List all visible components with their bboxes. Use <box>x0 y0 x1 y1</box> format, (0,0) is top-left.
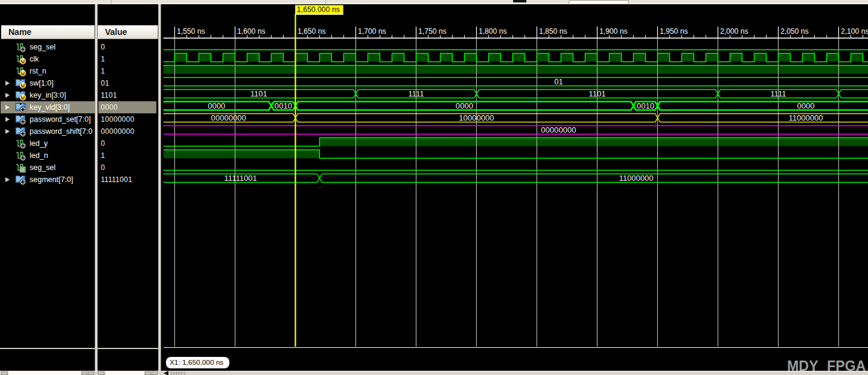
svg-text:1,600 ns: 1,600 ns <box>237 27 266 36</box>
svg-text:2,000 ns: 2,000 ns <box>720 27 748 36</box>
svg-text:1,700 ns: 1,700 ns <box>358 27 386 36</box>
svg-text:1,950 ns: 1,950 ns <box>660 27 688 36</box>
svg-text:1,800 ns: 1,800 ns <box>479 27 507 36</box>
svg-text:10000000: 10000000 <box>459 113 494 122</box>
svg-text:11111001: 11111001 <box>225 174 257 183</box>
svg-text:1,750 ns: 1,750 ns <box>418 27 447 36</box>
svg-text:1,850 ns: 1,850 ns <box>539 27 567 36</box>
svg-text:1101: 1101 <box>589 89 605 98</box>
svg-text:0010: 0010 <box>275 101 292 110</box>
svg-text:2,050 ns: 2,050 ns <box>780 27 809 36</box>
svg-text:1111: 1111 <box>770 89 786 98</box>
svg-text:11000000: 11000000 <box>619 174 653 183</box>
svg-text:0000: 0000 <box>797 101 814 110</box>
svg-text:1,650.000 ns: 1,650.000 ns <box>297 5 340 14</box>
svg-text:0010: 0010 <box>637 101 654 110</box>
svg-text:1101: 1101 <box>251 89 267 98</box>
svg-text:00000000: 00000000 <box>541 125 576 134</box>
svg-text:1,550 ns: 1,550 ns <box>177 27 205 36</box>
svg-text:0000: 0000 <box>208 101 225 110</box>
svg-text:01: 01 <box>554 77 563 86</box>
svg-text:1,650 ns: 1,650 ns <box>298 27 326 36</box>
svg-text:2,100 ns: 2,100 ns <box>841 27 868 36</box>
svg-text:0000: 0000 <box>456 101 473 110</box>
svg-text:00000000: 00000000 <box>211 113 246 122</box>
svg-text:0: 0 <box>21 167 24 172</box>
svg-text:1111: 1111 <box>408 89 424 98</box>
svg-text:11000000: 11000000 <box>788 113 823 122</box>
svg-text:1,900 ns: 1,900 ns <box>599 27 628 36</box>
